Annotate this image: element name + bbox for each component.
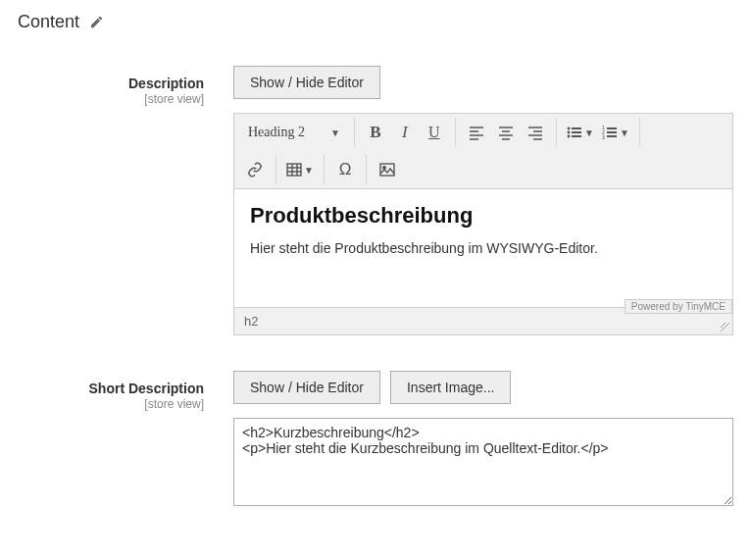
short-description-label-col: Short Description [store view] — [18, 371, 233, 411]
numbered-list-button[interactable]: 123 ▼ — [598, 119, 633, 146]
short-description-field: Short Description [store view] Show / Hi… — [18, 371, 733, 509]
short-description-scope: [store view] — [18, 397, 204, 411]
resize-handle[interactable] — [721, 323, 730, 332]
editor-toolbar: Heading 2 ▼ B I U — [234, 114, 732, 189]
table-button[interactable]: ▼ — [282, 156, 318, 183]
description-control: Show / Hide Editor Heading 2 ▼ B I U — [233, 66, 733, 335]
editor-statusbar: Powered by TinyMCE h2 — [234, 307, 732, 334]
short-description-control: Show / Hide Editor Insert Image... — [233, 371, 733, 509]
align-right-button[interactable] — [521, 119, 550, 146]
caret-down-icon: ▼ — [584, 127, 594, 138]
align-left-button[interactable] — [462, 119, 491, 146]
editor-content[interactable]: Produktbeschreibung Hier steht die Produ… — [234, 189, 732, 307]
element-path[interactable]: h2 — [244, 314, 258, 329]
svg-rect-7 — [380, 164, 394, 176]
description-label: Description — [18, 76, 204, 91]
special-character-button[interactable]: Ω — [330, 156, 360, 183]
description-label-col: Description [store view] — [18, 66, 233, 106]
format-dropdown-label: Heading 2 — [248, 125, 305, 140]
short-description-label: Short Description — [18, 381, 204, 396]
section-header: Content — [18, 12, 733, 32]
svg-point-2 — [567, 135, 570, 138]
short-description-textarea[interactable] — [233, 418, 733, 506]
description-field: Description [store view] Show / Hide Edi… — [18, 66, 733, 335]
description-scope: [store view] — [18, 92, 204, 106]
content-heading: Produktbeschreibung — [250, 203, 717, 229]
svg-point-8 — [383, 167, 386, 170]
align-center-button[interactable] — [491, 119, 521, 146]
link-button[interactable] — [240, 156, 270, 183]
bullet-list-button[interactable]: ▼ — [563, 119, 598, 146]
insert-image-button[interactable] — [373, 156, 402, 183]
italic-button[interactable]: I — [390, 119, 420, 146]
toggle-editor-button[interactable]: Show / Hide Editor — [233, 66, 380, 99]
svg-text:3: 3 — [602, 134, 605, 140]
wysiwyg-editor: Heading 2 ▼ B I U — [233, 113, 733, 335]
svg-point-1 — [567, 131, 570, 134]
bold-button[interactable]: B — [361, 119, 390, 146]
svg-point-0 — [567, 127, 570, 130]
toggle-editor-button[interactable]: Show / Hide Editor — [233, 371, 380, 404]
caret-down-icon: ▼ — [620, 127, 629, 138]
underline-button[interactable]: U — [420, 119, 449, 146]
powered-by-link[interactable]: Powered by TinyMCE — [625, 299, 732, 314]
insert-image-button[interactable]: Insert Image... — [390, 371, 511, 404]
caret-down-icon: ▼ — [330, 127, 340, 138]
edit-icon[interactable] — [89, 15, 104, 29]
content-paragraph: Hier steht die Produktbeschreibung im WY… — [250, 240, 717, 256]
svg-rect-6 — [287, 164, 301, 176]
format-dropdown[interactable]: Heading 2 ▼ — [240, 119, 348, 146]
section-title: Content — [18, 12, 79, 32]
caret-down-icon: ▼ — [304, 165, 314, 176]
